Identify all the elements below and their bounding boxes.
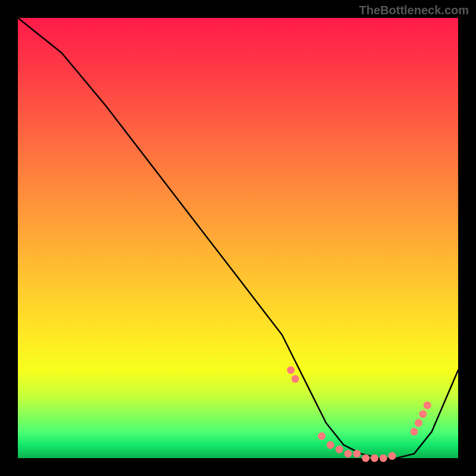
- data-marker: [415, 419, 422, 427]
- data-marker: [389, 452, 396, 460]
- data-marker: [353, 450, 361, 458]
- data-marker: [424, 402, 431, 409]
- data-marker: [411, 428, 418, 436]
- data-marker: [419, 411, 427, 418]
- data-marker: [380, 455, 387, 462]
- data-marker: [336, 446, 343, 453]
- data-marker: [327, 441, 334, 449]
- chart-svg: [18, 18, 458, 458]
- data-marker: [287, 367, 295, 374]
- data-marker: [371, 455, 378, 462]
- chart-frame: TheBottleneck.com: [0, 0, 476, 476]
- data-marker: [345, 450, 352, 458]
- watermark-text: TheBottleneck.com: [359, 4, 469, 17]
- data-marker: [362, 455, 369, 462]
- marker-group: [287, 367, 431, 462]
- plot-area: [18, 18, 458, 458]
- data-marker: [292, 375, 299, 383]
- bottleneck-curve-path: [18, 18, 458, 458]
- data-marker: [318, 433, 325, 440]
